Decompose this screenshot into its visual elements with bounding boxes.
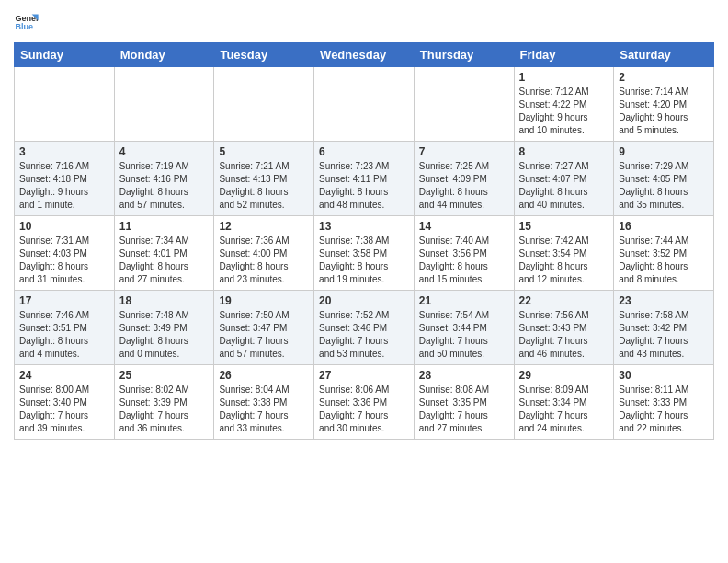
day-info: Sunrise: 7:34 AM Sunset: 4:01 PM Dayligh… (119, 235, 210, 286)
logo: General Blue (14, 9, 43, 35)
day-number: 25 (119, 369, 210, 382)
logo-icon: General Blue (14, 9, 40, 35)
day-info: Sunrise: 7:16 AM Sunset: 4:18 PM Dayligh… (19, 160, 109, 212)
day-info: Sunrise: 7:44 AM Sunset: 3:52 PM Dayligh… (619, 235, 709, 286)
day-number: 19 (219, 294, 309, 307)
page-container: General Blue SundayMondayTuesdayWednesda… (0, 0, 728, 449)
calendar-cell: 15Sunrise: 7:42 AM Sunset: 3:54 PM Dayli… (514, 216, 614, 291)
calendar-week-row: 1Sunrise: 7:12 AM Sunset: 4:22 PM Daylig… (15, 67, 714, 142)
day-number: 9 (619, 145, 709, 158)
day-info: Sunrise: 7:31 AM Sunset: 4:03 PM Dayligh… (19, 235, 109, 286)
calendar-cell: 22Sunrise: 7:56 AM Sunset: 3:43 PM Dayli… (514, 291, 614, 365)
day-number: 24 (19, 369, 109, 382)
calendar-cell: 19Sunrise: 7:50 AM Sunset: 3:47 PM Dayli… (214, 291, 314, 365)
calendar-cell (114, 67, 214, 142)
weekday-header: Thursday (414, 43, 514, 67)
calendar-header-row: SundayMondayTuesdayWednesdayThursdayFrid… (15, 43, 714, 67)
calendar-cell (414, 67, 514, 142)
day-number: 14 (419, 220, 509, 233)
day-number: 28 (419, 369, 509, 382)
day-info: Sunrise: 7:14 AM Sunset: 4:20 PM Dayligh… (619, 86, 709, 137)
day-number: 3 (19, 145, 109, 158)
day-number: 21 (419, 294, 509, 307)
day-info: Sunrise: 7:21 AM Sunset: 4:13 PM Dayligh… (219, 160, 309, 212)
day-number: 13 (319, 220, 409, 233)
calendar-table: SundayMondayTuesdayWednesdayThursdayFrid… (14, 42, 714, 440)
day-number: 16 (619, 220, 709, 233)
day-number: 26 (219, 369, 309, 382)
calendar-cell: 30Sunrise: 8:11 AM Sunset: 3:33 PM Dayli… (614, 365, 714, 440)
calendar-cell: 4Sunrise: 7:19 AM Sunset: 4:16 PM Daylig… (114, 142, 214, 216)
weekday-header: Sunday (15, 43, 115, 67)
calendar-cell: 10Sunrise: 7:31 AM Sunset: 4:03 PM Dayli… (15, 216, 115, 291)
day-info: Sunrise: 7:48 AM Sunset: 3:49 PM Dayligh… (119, 309, 210, 361)
day-number: 4 (119, 145, 210, 158)
day-info: Sunrise: 7:54 AM Sunset: 3:44 PM Dayligh… (419, 309, 509, 361)
calendar-cell: 24Sunrise: 8:00 AM Sunset: 3:40 PM Dayli… (15, 365, 115, 440)
day-info: Sunrise: 8:08 AM Sunset: 3:35 PM Dayligh… (419, 384, 509, 435)
day-number: 2 (619, 71, 709, 84)
day-number: 6 (319, 145, 409, 158)
calendar-cell: 25Sunrise: 8:02 AM Sunset: 3:39 PM Dayli… (114, 365, 214, 440)
calendar-cell: 2Sunrise: 7:14 AM Sunset: 4:20 PM Daylig… (614, 67, 714, 142)
calendar-week-row: 17Sunrise: 7:46 AM Sunset: 3:51 PM Dayli… (15, 291, 714, 365)
day-number: 18 (119, 294, 210, 307)
day-info: Sunrise: 7:29 AM Sunset: 4:05 PM Dayligh… (619, 160, 709, 212)
calendar-cell: 1Sunrise: 7:12 AM Sunset: 4:22 PM Daylig… (514, 67, 614, 142)
day-info: Sunrise: 7:38 AM Sunset: 3:58 PM Dayligh… (319, 235, 409, 286)
day-info: Sunrise: 7:46 AM Sunset: 3:51 PM Dayligh… (19, 309, 109, 361)
day-info: Sunrise: 7:36 AM Sunset: 4:00 PM Dayligh… (219, 235, 309, 286)
day-number: 30 (619, 369, 709, 382)
day-number: 5 (219, 145, 309, 158)
day-info: Sunrise: 7:12 AM Sunset: 4:22 PM Dayligh… (519, 86, 609, 137)
day-info: Sunrise: 7:27 AM Sunset: 4:07 PM Dayligh… (519, 160, 609, 212)
calendar-cell: 14Sunrise: 7:40 AM Sunset: 3:56 PM Dayli… (414, 216, 514, 291)
day-info: Sunrise: 7:56 AM Sunset: 3:43 PM Dayligh… (519, 309, 609, 361)
calendar-cell: 28Sunrise: 8:08 AM Sunset: 3:35 PM Dayli… (414, 365, 514, 440)
calendar-cell (15, 67, 115, 142)
day-info: Sunrise: 7:50 AM Sunset: 3:47 PM Dayligh… (219, 309, 309, 361)
weekday-header: Monday (114, 43, 214, 67)
calendar-cell (214, 67, 314, 142)
day-number: 1 (519, 71, 609, 84)
calendar-week-row: 24Sunrise: 8:00 AM Sunset: 3:40 PM Dayli… (15, 365, 714, 440)
calendar-cell: 18Sunrise: 7:48 AM Sunset: 3:49 PM Dayli… (114, 291, 214, 365)
day-number: 17 (19, 294, 109, 307)
calendar-cell: 6Sunrise: 7:23 AM Sunset: 4:11 PM Daylig… (314, 142, 415, 216)
weekday-header: Tuesday (214, 43, 314, 67)
calendar-cell: 26Sunrise: 8:04 AM Sunset: 3:38 PM Dayli… (214, 365, 314, 440)
calendar-cell: 16Sunrise: 7:44 AM Sunset: 3:52 PM Dayli… (614, 216, 714, 291)
calendar-cell: 21Sunrise: 7:54 AM Sunset: 3:44 PM Dayli… (414, 291, 514, 365)
day-number: 20 (319, 294, 409, 307)
day-info: Sunrise: 8:09 AM Sunset: 3:34 PM Dayligh… (519, 384, 609, 435)
day-number: 10 (19, 220, 109, 233)
day-info: Sunrise: 8:04 AM Sunset: 3:38 PM Dayligh… (219, 384, 309, 435)
calendar-cell: 9Sunrise: 7:29 AM Sunset: 4:05 PM Daylig… (614, 142, 714, 216)
day-info: Sunrise: 7:42 AM Sunset: 3:54 PM Dayligh… (519, 235, 609, 286)
day-number: 29 (519, 369, 609, 382)
day-info: Sunrise: 7:23 AM Sunset: 4:11 PM Dayligh… (319, 160, 409, 212)
day-info: Sunrise: 7:40 AM Sunset: 3:56 PM Dayligh… (419, 235, 509, 286)
calendar-cell: 17Sunrise: 7:46 AM Sunset: 3:51 PM Dayli… (15, 291, 115, 365)
day-number: 8 (519, 145, 609, 158)
calendar-cell: 5Sunrise: 7:21 AM Sunset: 4:13 PM Daylig… (214, 142, 314, 216)
calendar-cell: 7Sunrise: 7:25 AM Sunset: 4:09 PM Daylig… (414, 142, 514, 216)
weekday-header: Saturday (614, 43, 714, 67)
calendar-cell: 3Sunrise: 7:16 AM Sunset: 4:18 PM Daylig… (15, 142, 115, 216)
day-info: Sunrise: 7:58 AM Sunset: 3:42 PM Dayligh… (619, 309, 709, 361)
day-info: Sunrise: 8:00 AM Sunset: 3:40 PM Dayligh… (19, 384, 109, 435)
day-number: 15 (519, 220, 609, 233)
day-info: Sunrise: 7:19 AM Sunset: 4:16 PM Dayligh… (119, 160, 210, 212)
day-info: Sunrise: 8:11 AM Sunset: 3:33 PM Dayligh… (619, 384, 709, 435)
calendar-cell: 27Sunrise: 8:06 AM Sunset: 3:36 PM Dayli… (314, 365, 415, 440)
day-number: 12 (219, 220, 309, 233)
day-info: Sunrise: 7:52 AM Sunset: 3:46 PM Dayligh… (319, 309, 409, 361)
calendar-week-row: 10Sunrise: 7:31 AM Sunset: 4:03 PM Dayli… (15, 216, 714, 291)
calendar-week-row: 3Sunrise: 7:16 AM Sunset: 4:18 PM Daylig… (15, 142, 714, 216)
calendar-cell: 20Sunrise: 7:52 AM Sunset: 3:46 PM Dayli… (314, 291, 415, 365)
weekday-header: Friday (514, 43, 614, 67)
weekday-header: Wednesday (314, 43, 415, 67)
day-number: 27 (319, 369, 409, 382)
calendar-cell: 13Sunrise: 7:38 AM Sunset: 3:58 PM Dayli… (314, 216, 415, 291)
calendar-cell: 29Sunrise: 8:09 AM Sunset: 3:34 PM Dayli… (514, 365, 614, 440)
